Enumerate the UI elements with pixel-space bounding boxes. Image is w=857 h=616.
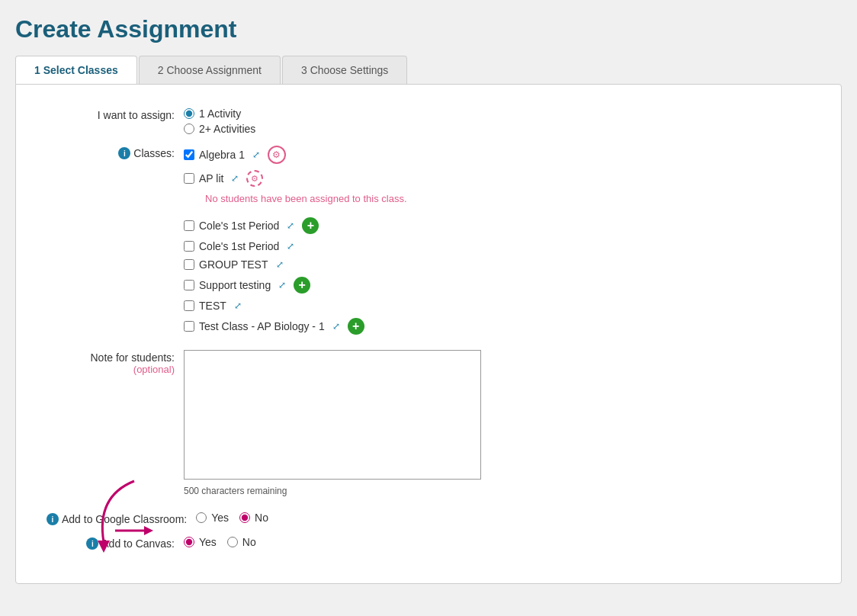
support-testing-add-icon[interactable]: +: [294, 277, 310, 294]
coles-1st-period-1-label: Cole's 1st Period: [199, 220, 279, 232]
coles-1st-period-1-checkbox[interactable]: [184, 220, 194, 231]
classes-label: i Classes:: [47, 146, 184, 159]
note-row: Note for students: (optional) 500 charac…: [47, 350, 810, 496]
ap-lit-checkbox[interactable]: [184, 173, 194, 184]
support-testing-expand-icon[interactable]: ⤢: [278, 280, 289, 290]
no-students-warning: No students have been assigned to this c…: [199, 191, 407, 205]
canvas-arrow: [115, 519, 153, 542]
activity-1-radio[interactable]: [184, 108, 194, 119]
google-no-row: No: [239, 512, 268, 524]
tabs-container: 1 Select Classes 2 Choose Assignment 3 C…: [15, 56, 842, 84]
support-testing-row: Support testing ⤢ +: [184, 277, 407, 294]
google-yes-row: Yes: [196, 512, 229, 524]
ap-lit-section: AP lit ⤢ ⚙ No students have been assigne…: [184, 170, 407, 205]
assign-label: I want to assign:: [47, 107, 184, 121]
svg-marker-1: [144, 526, 153, 535]
google-classroom-row: i Add to Google Classroom: Yes No: [47, 512, 810, 525]
classes-info-icon[interactable]: i: [118, 147, 130, 159]
test-class-checkbox[interactable]: [184, 321, 194, 332]
test-class-expand-icon[interactable]: ⤢: [332, 321, 343, 332]
algebra-checkbox[interactable]: [184, 149, 194, 160]
activity-2-label: 2+ Activities: [199, 123, 255, 135]
algebra-gear-icon[interactable]: ⚙: [268, 146, 286, 164]
ap-lit-row: AP lit ⤢ ⚙: [184, 170, 407, 187]
ap-lit-label: AP lit: [199, 172, 223, 184]
canvas-yes-row: Yes: [184, 536, 217, 548]
assign-row: I want to assign: 1 Activity 2+ Activiti…: [47, 107, 810, 135]
canvas-yes-label: Yes: [199, 536, 217, 548]
canvas-options: Yes No: [184, 536, 256, 548]
group-test-row: GROUP TEST ⤢: [184, 258, 407, 271]
activity-1-row: 1 Activity: [184, 107, 255, 120]
svg-marker-0: [98, 541, 110, 553]
test-class-label: Test Class - AP Biology - 1: [199, 320, 325, 332]
arrow-graphic: [88, 473, 157, 557]
coles-1st-period-1-row: Cole's 1st Period ⤢ +: [184, 217, 407, 234]
canvas-yes-radio[interactable]: [184, 537, 194, 547]
note-label: Note for students:: [47, 351, 175, 364]
google-no-radio[interactable]: [239, 512, 250, 523]
test-row: TEST ⤢: [184, 300, 407, 312]
main-panel: I want to assign: 1 Activity 2+ Activiti…: [15, 84, 842, 584]
classes-row: i Classes: Algebra 1 ⤢ ⚙ AP lit ⤢: [47, 146, 810, 339]
tab-choose-assignment[interactable]: 2 Choose Assignment: [139, 56, 281, 84]
test-expand-icon[interactable]: ⤢: [234, 300, 245, 311]
canvas-row: i Add to Canvas: Yes No: [47, 536, 810, 550]
activity-1-label: 1 Activity: [199, 107, 241, 120]
tab-choose-settings[interactable]: 3 Choose Settings: [282, 56, 407, 84]
canvas-no-label: No: [242, 536, 256, 548]
tab-select-classes[interactable]: 1 Select Classes: [15, 56, 137, 84]
group-test-expand-icon[interactable]: ⤢: [276, 259, 287, 270]
page-title: Create Assignment: [15, 15, 842, 43]
google-yes-radio[interactable]: [196, 512, 207, 523]
coles-1st-period-2-row: Cole's 1st Period ⤢: [184, 240, 407, 252]
algebra-row: Algebra 1 ⤢ ⚙: [184, 146, 407, 164]
test-class-add-icon[interactable]: +: [348, 318, 364, 335]
test-checkbox[interactable]: [184, 300, 194, 311]
note-label-container: Note for students: (optional): [47, 350, 184, 375]
note-textarea[interactable]: [184, 350, 481, 480]
optional-label: (optional): [47, 364, 175, 375]
support-testing-checkbox[interactable]: [184, 280, 194, 290]
google-classroom-options: Yes No: [196, 512, 268, 524]
algebra-expand-icon[interactable]: ⤢: [252, 149, 263, 160]
activity-2-row: 2+ Activities: [184, 123, 255, 135]
assign-options: 1 Activity 2+ Activities: [184, 107, 255, 135]
google-no-label: No: [255, 512, 268, 524]
coles-1st-expand-icon-2[interactable]: ⤢: [287, 241, 297, 252]
canvas-no-row: No: [227, 536, 256, 548]
support-testing-label: Support testing: [199, 279, 271, 291]
ap-lit-expand-icon[interactable]: ⤢: [231, 173, 242, 184]
classes-section: Algebra 1 ⤢ ⚙ AP lit ⤢ ⚙ No students hav…: [184, 146, 407, 339]
test-label: TEST: [199, 300, 226, 312]
char-remaining: 500 characters remaining: [184, 486, 481, 496]
coles-1st-period-2-label: Cole's 1st Period: [199, 240, 279, 252]
activity-2-radio[interactable]: [184, 124, 194, 134]
coles-1st-expand-icon-1[interactable]: ⤢: [287, 220, 297, 231]
note-content: 500 characters remaining: [184, 350, 481, 496]
canvas-no-radio[interactable]: [227, 537, 238, 547]
group-test-checkbox[interactable]: [184, 259, 194, 270]
group-test-label: GROUP TEST: [199, 258, 268, 271]
coles-1st-period-2-checkbox[interactable]: [184, 241, 194, 252]
test-class-row: Test Class - AP Biology - 1 ⤢ +: [184, 318, 407, 335]
algebra-label: Algebra 1: [199, 149, 245, 161]
google-classroom-info-icon[interactable]: i: [47, 513, 59, 525]
bottom-section: i Add to Google Classroom: Yes No i Add …: [47, 512, 810, 550]
coles-1st-add-icon-1[interactable]: +: [302, 217, 319, 234]
google-yes-label: Yes: [211, 512, 229, 524]
ap-lit-gear-icon[interactable]: ⚙: [246, 170, 263, 187]
